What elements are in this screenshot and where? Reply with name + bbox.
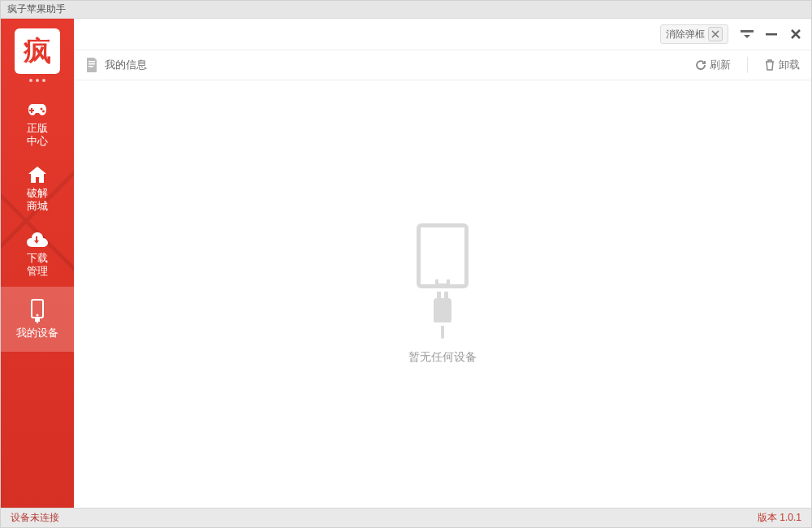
window-title: 疯子苹果助手: [7, 2, 66, 16]
minimize-button[interactable]: [764, 27, 779, 41]
cloud-download-icon: [27, 231, 48, 249]
toolbar-title-wrap: 我的信息: [85, 58, 687, 72]
svg-rect-14: [89, 66, 93, 67]
sidebar-item-label: 正版 中心: [27, 122, 48, 147]
statusbar: 设备未连接 版本 1.0.1: [1, 508, 811, 527]
svg-rect-1: [29, 110, 34, 111]
tablet-icon: [417, 223, 469, 288]
logo-dots: [29, 79, 45, 82]
refresh-label: 刷新: [710, 58, 731, 72]
document-icon: [85, 58, 98, 72]
svg-rect-13: [89, 63, 95, 65]
cord-icon: [441, 326, 444, 339]
main-area: 消除弹框: [74, 19, 811, 508]
trash-icon: [764, 59, 775, 71]
app-logo: 疯: [15, 28, 60, 74]
sidebar-item-label: 破解 商城: [27, 187, 48, 212]
uninstall-label: 卸载: [779, 58, 800, 72]
svg-rect-10: [741, 30, 754, 32]
content-area: 暂无任何设备: [74, 80, 811, 508]
uninstall-button[interactable]: 卸载: [764, 58, 800, 72]
tools-icon: [708, 27, 723, 41]
dismiss-popup-label: 消除弹框: [666, 28, 705, 41]
sidebar-item-my-device[interactable]: 我的设备: [1, 287, 74, 352]
app-body: 疯 正版 中心 破解 商城: [1, 19, 811, 508]
svg-rect-9: [37, 322, 38, 323]
empty-state-text: 暂无任何设备: [408, 350, 477, 365]
close-button[interactable]: [788, 27, 803, 41]
app-window: 疯子苹果助手 疯 正版 中心 破解 商城: [0, 0, 812, 528]
logo-box[interactable]: 疯: [1, 19, 74, 92]
sidebar-item-crack-store[interactable]: 破解 商城: [1, 157, 74, 222]
sidebar-item-label: 下载 管理: [27, 252, 48, 277]
plug-icon: [434, 298, 451, 322]
topbar: 消除弹框: [74, 19, 811, 50]
sidebar-nav: 正版 中心 破解 商城 下载 管理: [1, 92, 74, 352]
toolbar-separator: [747, 57, 748, 73]
no-device-illustration: [417, 223, 469, 339]
gamepad-icon: [27, 101, 48, 119]
titlebar[interactable]: 疯子苹果助手: [1, 1, 811, 19]
toolbar-actions: 刷新 卸载: [695, 57, 800, 73]
sidebar-item-label: 我的设备: [16, 327, 58, 340]
sidebar-item-download-manager[interactable]: 下载 管理: [1, 222, 74, 287]
dismiss-popup-button[interactable]: 消除弹框: [660, 24, 728, 44]
svg-rect-8: [38, 317, 40, 318]
refresh-button[interactable]: 刷新: [695, 58, 731, 72]
window-controls: [740, 27, 803, 41]
svg-point-3: [42, 110, 45, 113]
toolbar-title: 我的信息: [105, 58, 147, 72]
toolbar: 我的信息 刷新 卸载: [74, 50, 811, 80]
svg-rect-7: [36, 317, 37, 318]
svg-rect-11: [766, 33, 777, 36]
svg-rect-6: [35, 318, 40, 322]
refresh-icon: [695, 59, 706, 71]
window-menu-button[interactable]: [740, 27, 754, 41]
sidebar: 疯 正版 中心 破解 商城: [1, 19, 74, 508]
svg-point-2: [41, 108, 43, 110]
version-text: 版本 1.0.1: [758, 511, 801, 525]
sidebar-item-genuine-center[interactable]: 正版 中心: [1, 92, 74, 157]
phone-icon: [27, 299, 48, 323]
device-status-text: 设备未连接: [11, 511, 59, 525]
home-icon: [27, 166, 48, 184]
svg-rect-12: [89, 61, 95, 63]
